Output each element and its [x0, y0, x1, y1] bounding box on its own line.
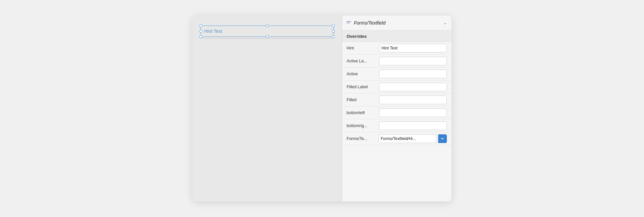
canvas-panel: Hint Text [193, 16, 342, 201]
component-icon [347, 21, 351, 25]
override-input-bottomright[interactable] [379, 121, 447, 130]
overrides-list: Hint Active La... Active Filled Label Fi… [342, 42, 451, 201]
overrides-section-label: Overrides [342, 31, 451, 42]
overrides-panel: Forms/Textfield ⌄ Overrides Hint Active … [342, 16, 451, 201]
override-label-bottomleft: bottomleft [347, 110, 376, 115]
override-input-filled-label[interactable] [379, 83, 447, 91]
override-input-hint[interactable] [379, 44, 447, 52]
field-bottom-line [201, 38, 334, 38]
panel-header: Forms/Textfield ⌄ [342, 16, 451, 31]
override-row-active: Active [342, 68, 451, 81]
override-row-bottomleft: bottomleft [342, 107, 451, 119]
main-container: Hint Text Forms/Textfield ⌄ Overrides Hi… [193, 16, 451, 201]
override-label-filled: Filled [347, 98, 376, 102]
chevron-down-icon[interactable]: ⌄ [443, 21, 447, 25]
override-row-filled-label: Filled Label [342, 81, 451, 94]
handle-bottom-right[interactable] [332, 35, 335, 38]
handle-top-right[interactable] [332, 25, 335, 27]
override-row-bottomright: bottomrig... [342, 119, 451, 132]
canvas-frame: Hint Text [201, 26, 334, 38]
override-label-hint: Hint [347, 46, 376, 50]
override-input-bottomleft[interactable] [379, 109, 447, 117]
selection-box: Hint Text [201, 26, 334, 37]
handle-bottom-middle[interactable] [266, 35, 269, 38]
handle-bottom-left[interactable] [200, 35, 202, 38]
override-input-active-label[interactable] [379, 57, 447, 65]
override-input-filled[interactable] [379, 96, 447, 104]
override-row-forms-te: Forms/Te... [342, 132, 451, 145]
override-label-forms-te: Forms/Te... [347, 136, 376, 141]
handle-top-left[interactable] [200, 25, 202, 27]
override-label-active-la: Active La... [347, 59, 376, 63]
handle-middle-left[interactable] [200, 30, 202, 33]
override-input-active[interactable] [379, 70, 447, 78]
panel-title: Forms/Textfield [354, 20, 441, 26]
override-label-filled-label: Filled Label [347, 85, 376, 89]
override-label-bottomright: bottomrig... [347, 123, 376, 128]
override-label-active: Active [347, 72, 376, 76]
override-row-filled: Filled [342, 94, 451, 107]
override-row-active-label: Active La... [342, 55, 451, 68]
override-row-hint: Hint [342, 42, 451, 55]
handle-middle-right[interactable] [332, 30, 335, 33]
override-input-forms-textfield[interactable] [378, 134, 436, 143]
dropdown-button[interactable] [438, 134, 447, 143]
handle-top-middle[interactable] [266, 25, 269, 27]
